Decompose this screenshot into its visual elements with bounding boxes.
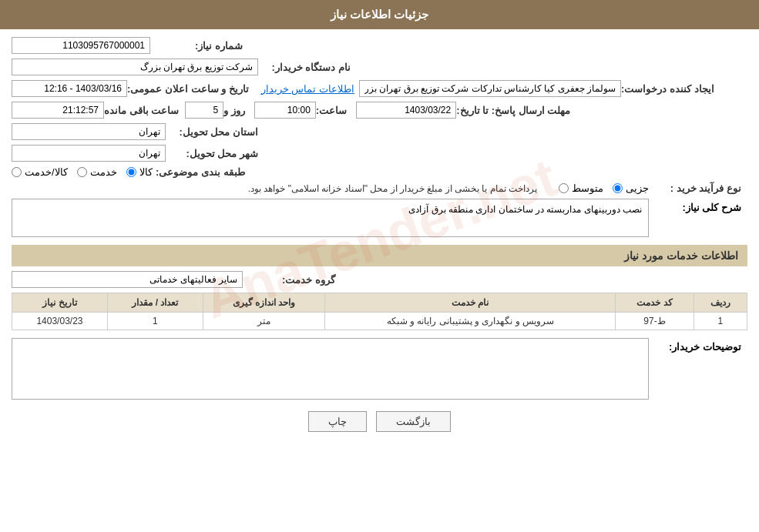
buyer-notes-box xyxy=(12,338,649,400)
category-kala-label: کالا xyxy=(139,166,153,178)
button-row: بازگشت چاپ xyxy=(12,411,747,432)
category-kala-khadamat-option[interactable]: کالا/خدمت xyxy=(12,166,68,178)
response-date-input xyxy=(356,102,456,119)
creator-input xyxy=(359,80,621,97)
table-cell-name: سرویس و نگهداری و پشتیبانی رایانه و شبکه xyxy=(325,313,616,330)
province-row: استان محل تحویل: xyxy=(12,123,747,140)
category-label: طبقه بندی موضوعی: xyxy=(153,166,245,178)
announcement-label: تاریخ و ساعت اعلان عمومی: xyxy=(127,83,249,95)
response-deadline-row: مهلت ارسال پاسخ: تا تاریخ: ساعت: روز و س… xyxy=(12,102,747,119)
purchase-mottavasat-radio[interactable] xyxy=(559,183,569,193)
buyer-notes-row: توضیحات خریدار: xyxy=(12,338,747,400)
need-description-text: نصب دوربینهای مداربسته در ساختمان اداری … xyxy=(12,199,649,237)
table-cell-row: 1 xyxy=(694,313,747,330)
announcement-creator-row: ایجاد کننده درخواست: اطلاعات تماس خریدار… xyxy=(12,80,747,97)
category-row: طبقه بندی موضوعی: کالا/خدمت خدمت کالا xyxy=(12,166,747,178)
service-group-label: گروه خدمت: xyxy=(243,274,335,286)
purchase-type-label: نوع فرآیند خرید : xyxy=(649,182,741,194)
creator-label: ایجاد کننده درخواست: xyxy=(621,83,714,95)
col-header-row: ردیف xyxy=(694,293,747,313)
purchase-jozyi-label: جزیی xyxy=(626,182,649,194)
need-description-label: شرح کلی نیاز: xyxy=(649,199,741,213)
category-khadamat-radio[interactable] xyxy=(77,167,87,177)
col-header-name: نام خدمت xyxy=(325,293,616,313)
category-kala-option[interactable]: کالا xyxy=(126,166,153,178)
service-group-row: گروه خدمت: xyxy=(12,271,747,288)
province-input xyxy=(12,123,166,140)
province-label: استان محل تحویل: xyxy=(166,126,258,138)
col-header-code: کد خدمت xyxy=(616,293,694,313)
table-cell-date: 1403/03/23 xyxy=(12,313,108,330)
remaining-label: ساعت باقی مانده xyxy=(104,105,179,116)
purchase-type-row: نوع فرآیند خرید : متوسط جزیی پرداخت تمام… xyxy=(12,182,747,194)
need-description-content: نصب دوربینهای مداربسته در ساختمان اداری … xyxy=(12,199,649,237)
announcement-input xyxy=(12,80,127,97)
purchase-jozyi-option[interactable]: جزیی xyxy=(613,182,649,194)
category-kala-khadamat-label: کالا/خدمت xyxy=(25,166,68,178)
city-label: شهر محل تحویل: xyxy=(166,148,258,159)
buyer-org-label: نام دستگاه خریدار: xyxy=(258,62,351,73)
purchase-mottavasat-option[interactable]: متوسط xyxy=(559,182,603,194)
remaining-input xyxy=(12,102,104,119)
col-header-date: تاریخ نیاز xyxy=(12,293,108,313)
table-cell-qty: 1 xyxy=(107,313,203,330)
buyer-org-row: نام دستگاه خریدار: xyxy=(12,59,747,75)
category-khadamat-option[interactable]: خدمت xyxy=(77,166,117,178)
response-time-input xyxy=(254,102,316,119)
buyer-org-input xyxy=(12,59,258,75)
contact-link[interactable]: اطلاعات تماس خریدار xyxy=(261,83,354,95)
category-kala-radio[interactable] xyxy=(126,167,136,177)
city-row: شهر محل تحویل: xyxy=(12,145,747,162)
need-number-input xyxy=(12,37,150,54)
services-table: ردیف کد خدمت نام خدمت واحد اندازه گیری ت… xyxy=(12,293,747,330)
category-radio-group: کالا/خدمت خدمت کالا xyxy=(12,166,153,178)
purchase-mottavasat-label: متوسط xyxy=(572,182,603,194)
services-section-header: اطلاعات خدمات مورد نیاز xyxy=(12,245,747,266)
response-deadline-label: مهلت ارسال پاسخ: تا تاریخ: xyxy=(456,105,570,116)
purchase-jozyi-radio[interactable] xyxy=(613,183,623,193)
purchase-type-radio-group: متوسط جزیی xyxy=(559,182,649,194)
need-description-row: شرح کلی نیاز: نصب دوربینهای مداربسته در … xyxy=(12,199,747,237)
back-button[interactable]: بازگشت xyxy=(376,411,451,432)
need-number-label: شماره نیاز: xyxy=(150,40,243,52)
service-group-input xyxy=(12,271,243,288)
col-header-qty: تعداد / مقدار xyxy=(107,293,203,313)
table-row: 1ط-97سرویس و نگهداری و پشتیبانی رایانه و… xyxy=(12,313,747,330)
response-time-label: ساعت: xyxy=(316,105,347,116)
days-input xyxy=(185,102,223,119)
category-khadamat-label: خدمت xyxy=(90,166,117,178)
need-number-row: شماره نیاز: xyxy=(12,37,747,54)
print-button[interactable]: چاپ xyxy=(308,411,367,432)
days-label: روز و xyxy=(223,105,245,116)
page-title: جزئیات اطلاعات نیاز xyxy=(0,0,759,29)
buyer-notes-label: توضیحات خریدار: xyxy=(649,338,741,353)
col-header-unit: واحد اندازه گیری xyxy=(203,293,325,313)
table-cell-code: ط-97 xyxy=(616,313,694,330)
category-kala-khadamat-radio[interactable] xyxy=(12,167,22,177)
table-cell-unit: متر xyxy=(203,313,325,330)
purchase-note: پرداخت تمام یا بخشی از مبلغ خریدار از مح… xyxy=(12,183,537,194)
city-input xyxy=(12,145,166,162)
